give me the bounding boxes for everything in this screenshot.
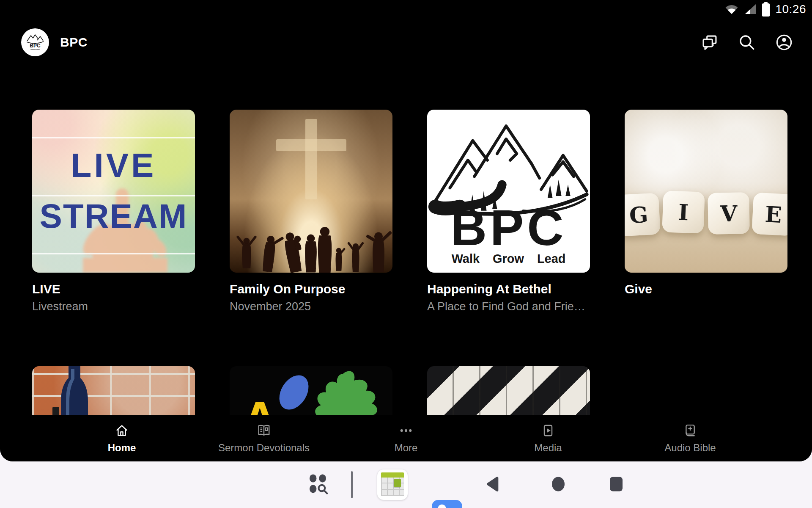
card-subtitle: Livestream (32, 300, 195, 313)
nav-item-more[interactable]: More (335, 423, 477, 454)
home-icon (114, 423, 129, 438)
nav-label: More (395, 442, 418, 454)
decorative-line (32, 137, 195, 138)
decorative-line (32, 253, 195, 254)
pointing-hand-graphic (32, 110, 195, 273)
nav-item-media[interactable]: Media (477, 423, 619, 454)
system-taskbar (0, 461, 812, 508)
header-actions (700, 33, 793, 52)
battery-icon (762, 2, 770, 17)
family-cross-artwork (230, 110, 392, 273)
give-dice-artwork: G I V E (625, 110, 787, 273)
die-letter: V (708, 192, 750, 235)
media-play-icon (540, 423, 556, 438)
nav-label: Audio Bible (664, 442, 716, 454)
die-letter: I (662, 190, 705, 233)
search-icon[interactable] (738, 33, 756, 52)
blue-splat-graphic (273, 370, 315, 415)
card-give[interactable]: G I V E Give (625, 110, 787, 313)
card-title: Happening At Bethel (427, 282, 590, 296)
die-letter: G (625, 193, 661, 236)
die-letter: E (752, 192, 787, 236)
gallery-app-icon[interactable] (432, 500, 462, 508)
card-subtitle: A Place to Find God and Frie… (427, 300, 590, 313)
wifi-icon (724, 3, 739, 15)
account-icon[interactable] (775, 33, 793, 52)
nav-label: Home (108, 442, 136, 454)
live-overlay-text-2: STREAM (32, 199, 195, 233)
status-time: 10:26 (775, 3, 806, 16)
bpc-mountain-logo-artwork: BPC Walk Grow Lead (427, 110, 590, 273)
app-drawer-search-icon[interactable] (307, 473, 329, 497)
family-silhouettes (238, 227, 390, 273)
calendar-header-bar (381, 472, 404, 478)
nav-item-audio-bible[interactable]: Audio Bible (619, 423, 761, 454)
card-title: Give (625, 282, 787, 296)
nav-label: Media (534, 442, 562, 454)
card-happening-at-bethel[interactable]: BPC Walk Grow Lead Happening At Bethel A… (427, 110, 590, 313)
chat-icon[interactable] (700, 33, 719, 52)
taskbar-divider (351, 471, 353, 498)
status-bar: 10:26 (0, 0, 812, 19)
open-book-icon (256, 423, 272, 438)
bottle-graphic (52, 366, 99, 421)
bpc-tagline-text: Walk Grow Lead (452, 252, 566, 265)
card-title: LIVE (32, 282, 195, 296)
cellular-signal-icon (744, 3, 757, 15)
page-title: BPC (60, 35, 88, 50)
home-circle-icon[interactable] (551, 476, 566, 494)
app-logo[interactable]: BPC (21, 28, 49, 56)
bpc-brand-text: BPC (450, 199, 567, 256)
bible-cross-icon (683, 423, 698, 438)
logo-text: BPC (30, 43, 41, 49)
app-window: 10:26 BPC BPC (0, 0, 812, 461)
nav-item-home[interactable]: Home (51, 423, 193, 454)
app-header: BPC BPC (0, 21, 812, 64)
calendar-app-icon[interactable] (377, 469, 408, 500)
back-icon[interactable] (485, 476, 501, 494)
nav-label: Sermon Devotionals (218, 442, 310, 454)
card-row-1: LIVE STREAM LIVE Livestream (0, 110, 812, 313)
live-stream-artwork: LIVE STREAM (32, 110, 195, 273)
more-ellipsis-icon (398, 423, 414, 438)
calendar-note (394, 479, 401, 487)
nav-item-sermon-devotionals[interactable]: Sermon Devotionals (193, 423, 335, 454)
live-overlay-text-1: LIVE (32, 149, 195, 182)
decorative-line (32, 195, 195, 196)
recents-square-icon[interactable] (609, 476, 623, 494)
card-family-on-purpose[interactable]: Family On Purpose November 2025 (230, 110, 392, 313)
card-subtitle: November 2025 (230, 300, 392, 313)
card-live[interactable]: LIVE STREAM LIVE Livestream (32, 110, 195, 313)
bottom-nav: Home Sermon Devotionals More Media (0, 415, 812, 461)
cross-graphic (276, 119, 346, 199)
give-dice-row: G I V E (625, 191, 787, 233)
card-title: Family On Purpose (230, 282, 392, 296)
